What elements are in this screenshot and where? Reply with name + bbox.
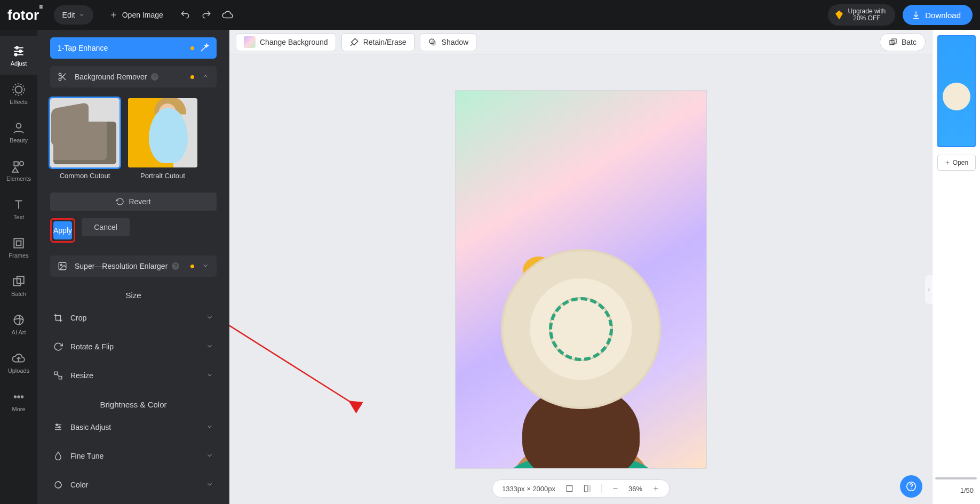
open-thumbnail-button[interactable]: Open	[937, 155, 976, 171]
section-brightness-title: Brightness & Color	[50, 400, 217, 409]
chevron-down-icon	[206, 342, 213, 351]
help-icon[interactable]: ?	[172, 262, 179, 270]
portrait-cutout-thumb	[128, 98, 197, 167]
nav-elements-label: Elements	[6, 175, 31, 182]
retain-erase-label: Retain/Erase	[363, 38, 407, 46]
portrait-cutout-label: Portrait Cutout	[128, 172, 197, 180]
portrait-cutout-option[interactable]: Portrait Cutout	[128, 98, 197, 180]
chevron-up-icon	[202, 73, 209, 82]
resize-row[interactable]: Resize	[50, 365, 217, 386]
open-image-button[interactable]: Open Image	[101, 5, 172, 25]
nav-adjust-label: Adjust	[11, 60, 27, 67]
nav-batch[interactable]: Batch	[0, 267, 37, 305]
nav-effects[interactable]: Effects	[0, 75, 37, 113]
batch-icon	[12, 275, 26, 289]
svg-point-22	[14, 315, 23, 324]
diamond-icon	[834, 10, 844, 20]
upgrade-button[interactable]: Upgrade with 20% OFF	[828, 4, 896, 26]
enhance-label: 1-Tap Enhance	[58, 44, 108, 52]
thumbnail-selected[interactable]	[937, 35, 976, 147]
nav-beauty[interactable]: Beauty	[0, 113, 37, 151]
canvas-image[interactable]	[455, 90, 707, 469]
download-icon	[911, 10, 921, 20]
apply-label: Apply	[53, 226, 72, 235]
right-strip-collapse-handle[interactable]	[925, 275, 933, 304]
rotate-flip-row[interactable]: Rotate & Flip	[50, 336, 217, 357]
svg-rect-18	[14, 238, 23, 247]
help-icon[interactable]: ?	[151, 73, 158, 81]
one-tap-enhance-button[interactable]: 1-Tap Enhance	[50, 37, 217, 59]
nav-uploads[interactable]: Uploads	[0, 343, 37, 382]
undo-button[interactable]	[179, 9, 191, 21]
compare-icon[interactable]	[583, 484, 592, 493]
edit-menu[interactable]: Edit	[54, 5, 93, 25]
svg-point-14	[20, 162, 24, 166]
shadow-button[interactable]: Shadow	[420, 33, 477, 51]
fit-icon[interactable]	[565, 484, 573, 493]
open-image-label: Open Image	[122, 11, 163, 19]
svg-point-26	[21, 396, 23, 397]
svg-line-46	[229, 265, 357, 406]
chevron-down-icon	[202, 262, 209, 271]
rotate-icon	[53, 341, 64, 352]
adjust-panel: 1-Tap Enhance Background Remover ?	[37, 30, 229, 504]
batch-pill-button[interactable]: Batc	[880, 33, 926, 51]
color-row[interactable]: Color	[50, 474, 217, 495]
premium-dot-icon	[190, 46, 194, 50]
help-fab[interactable]	[900, 475, 922, 498]
nav-adjust[interactable]: Adjust	[0, 36, 37, 75]
nav-frames[interactable]: Frames	[0, 228, 37, 267]
nav-more-label: More	[12, 406, 25, 412]
uploads-icon	[12, 351, 26, 365]
revert-icon	[116, 197, 124, 206]
color-label: Color	[70, 481, 88, 489]
retain-erase-button[interactable]: Retain/Erase	[341, 33, 415, 51]
svg-line-35	[58, 375, 59, 377]
ai-art-icon	[12, 313, 26, 327]
nav-aiart-label: AI Art	[12, 329, 26, 335]
shadow-label: Shadow	[442, 38, 469, 46]
super-res-label: Super—Resolution Enlarger	[75, 262, 168, 270]
zoom-in-button[interactable]	[652, 485, 659, 492]
fine-tune-row[interactable]: Fine Tune	[50, 445, 217, 467]
background-remover-row[interactable]: Background Remover ?	[50, 66, 217, 87]
apply-button[interactable]: Apply	[53, 221, 72, 239]
change-background-button[interactable]: Change Background	[236, 33, 336, 51]
basic-adjust-row[interactable]: Basic Adjust	[50, 417, 217, 438]
sliders-icon	[53, 422, 64, 433]
section-size-title: Size	[50, 291, 217, 300]
nav-more[interactable]: More	[0, 382, 37, 420]
redo-button[interactable]	[201, 9, 212, 21]
common-cutout-option[interactable]: Common Cutout	[50, 98, 119, 180]
svg-point-43	[431, 41, 436, 45]
super-resolution-row[interactable]: Super—Resolution Enlarger ?	[50, 255, 217, 277]
common-cutout-thumb	[50, 98, 119, 167]
image-icon	[58, 261, 68, 271]
brush-icon	[349, 37, 359, 47]
chevron-right-icon	[926, 286, 931, 293]
gradient-swatch-icon	[244, 36, 256, 48]
droplet-icon	[53, 451, 64, 461]
crop-row[interactable]: Crop	[50, 307, 217, 329]
nav-beauty-label: Beauty	[10, 137, 28, 143]
svg-point-12	[17, 123, 21, 128]
nav-text[interactable]: Text	[0, 190, 37, 228]
nav-elements[interactable]: Elements	[0, 151, 37, 190]
svg-rect-34	[59, 377, 62, 379]
common-cutout-label: Common Cutout	[50, 172, 119, 180]
chevron-down-icon	[206, 452, 213, 461]
svg-rect-13	[14, 162, 18, 166]
thumbnail-scrollbar[interactable]	[935, 477, 977, 479]
scissors-icon	[58, 71, 68, 82]
status-bar: 1333px × 2000px 36%	[492, 479, 670, 498]
nav-aiart[interactable]: AI Art	[0, 305, 37, 343]
nav-uploads-label: Uploads	[8, 367, 29, 374]
edit-menu-label: Edit	[62, 11, 75, 19]
revert-button[interactable]: Revert	[50, 193, 217, 211]
svg-point-32	[60, 264, 62, 266]
zoom-out-button[interactable]	[611, 485, 619, 492]
download-button[interactable]: Download	[903, 5, 973, 25]
cancel-button[interactable]: Cancel	[82, 218, 130, 236]
cloud-sync-button[interactable]	[222, 9, 234, 21]
rotate-label: Rotate & Flip	[70, 342, 114, 351]
